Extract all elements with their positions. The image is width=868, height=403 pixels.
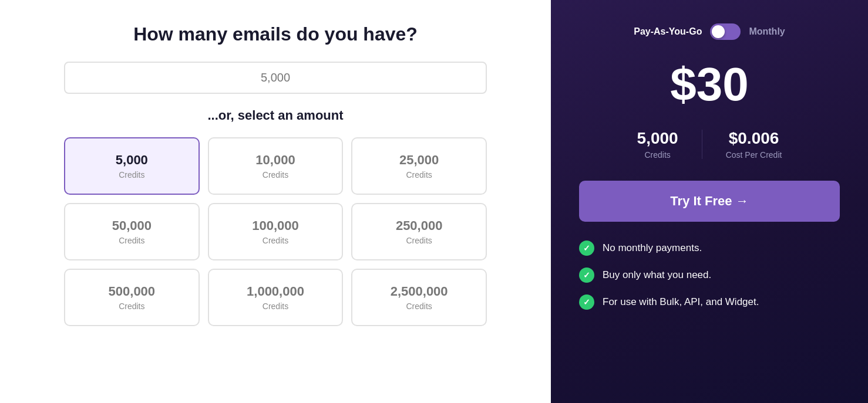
toggle-monthly-label: Monthly: [749, 26, 785, 37]
cost-value: $0.006: [726, 129, 782, 148]
stats-row: 5,000 Credits $0.006 Cost Per Credit: [579, 129, 840, 160]
credit-card-500000[interactable]: 500,000 Credits: [64, 269, 200, 326]
credits-stat: 5,000 Credits: [614, 129, 702, 160]
credit-label: Credits: [75, 302, 189, 311]
credit-label: Credits: [75, 236, 189, 245]
credit-amount: 250,000: [362, 218, 476, 233]
check-icon: [579, 267, 594, 283]
check-icon: [579, 241, 594, 256]
feature-text: No monthly payments.: [603, 242, 702, 254]
credit-amount: 50,000: [75, 218, 189, 233]
email-count-input[interactable]: [77, 71, 474, 84]
credit-amount: 2,500,000: [362, 284, 476, 299]
credit-amount: 500,000: [75, 284, 189, 299]
feature-item: For use with Bulk, API, and Widget.: [579, 294, 840, 310]
toggle-payg-label: Pay-As-You-Go: [634, 26, 702, 37]
email-input-wrapper[interactable]: [64, 62, 487, 94]
credit-amount: 5,000: [75, 153, 189, 168]
billing-toggle-row: Pay-As-You-Go Monthly: [634, 23, 785, 40]
credits-label: Credits: [637, 150, 678, 160]
credit-label: Credits: [362, 236, 476, 245]
feature-text: Buy only what you need.: [603, 269, 711, 281]
credit-card-50000[interactable]: 50,000 Credits: [64, 203, 200, 260]
select-amount-label: ...or, select an amount: [207, 108, 343, 123]
toggle-knob: [712, 25, 725, 38]
billing-toggle[interactable]: [710, 23, 741, 40]
credit-amount: 1,000,000: [218, 284, 333, 299]
credit-label: Credits: [75, 170, 189, 180]
try-free-button[interactable]: Try It Free →: [579, 181, 840, 222]
feature-item: No monthly payments.: [579, 241, 840, 256]
credit-card-2500000[interactable]: 2,500,000 Credits: [351, 269, 487, 326]
right-panel: Pay-As-You-Go Monthly $30 5,000 Credits …: [551, 0, 868, 403]
main-heading: How many emails do you have?: [133, 23, 418, 45]
credit-card-1000000[interactable]: 1,000,000 Credits: [208, 269, 344, 326]
features-list: No monthly payments. Buy only what you n…: [579, 241, 840, 310]
feature-item: Buy only what you need.: [579, 267, 840, 283]
credit-label: Credits: [218, 236, 333, 245]
credit-amount: 25,000: [362, 153, 476, 168]
credit-label: Credits: [218, 170, 333, 180]
credit-amount: 100,000: [218, 218, 333, 233]
credit-card-250000[interactable]: 250,000 Credits: [351, 203, 487, 260]
credit-card-100000[interactable]: 100,000 Credits: [208, 203, 344, 260]
check-icon: [579, 294, 594, 310]
left-panel: How many emails do you have? ...or, sele…: [0, 0, 551, 403]
cost-stat: $0.006 Cost Per Credit: [702, 129, 806, 160]
price-display: $30: [670, 61, 748, 108]
credits-value: 5,000: [637, 129, 678, 148]
credit-card-25000[interactable]: 25,000 Credits: [351, 137, 487, 195]
credits-grid: 5,000 Credits 10,000 Credits 25,000 Cred…: [64, 137, 487, 326]
credit-card-10000[interactable]: 10,000 Credits: [208, 137, 344, 195]
credit-amount: 10,000: [218, 153, 333, 168]
credit-label: Credits: [362, 302, 476, 311]
feature-text: For use with Bulk, API, and Widget.: [603, 296, 759, 308]
credit-label: Credits: [362, 170, 476, 180]
cost-label: Cost Per Credit: [726, 150, 782, 160]
credit-label: Credits: [218, 302, 333, 311]
credit-card-5000[interactable]: 5,000 Credits: [64, 137, 200, 195]
